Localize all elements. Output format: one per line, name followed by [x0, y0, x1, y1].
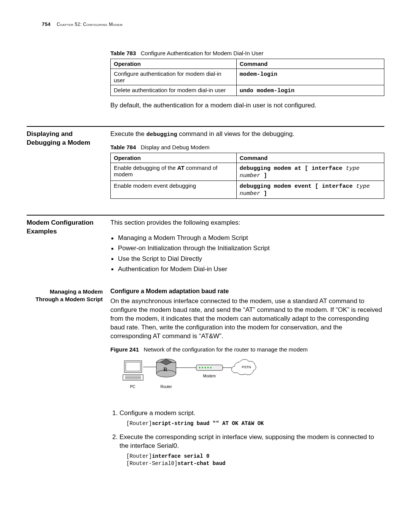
manage-paragraph: On the asynchronous interface connected …	[110, 297, 384, 341]
table-783-caption: Table 783 Configure Authentication for M…	[110, 50, 384, 56]
network-diagram-icon: PC R Router	[114, 357, 274, 399]
figure-241: PC R Router	[114, 357, 384, 401]
code-block: [Router]script-string baud "" AT OK AT&W…	[126, 420, 384, 427]
table-header-operation: Operation	[111, 153, 237, 163]
steps-list: Configure a modem script. [Router]script…	[110, 409, 384, 467]
subsection-right-title: Configure a Modem adaptation baud rate	[110, 288, 384, 295]
table-784: Operation Command Enable debugging of th…	[110, 153, 384, 199]
section-title-debug: Displaying and Debugging a Modem	[27, 130, 103, 147]
list-item: Authentication for Modem Dial-in User	[118, 264, 384, 274]
diagram-label-modem: Modem	[203, 374, 216, 378]
step-2: Execute the corresponding script in inte…	[119, 433, 384, 467]
list-item: Power-on Initialization through the Init…	[118, 243, 384, 253]
table-row: Delete authentication for modem dial-in …	[111, 85, 384, 96]
examples-intro: This section provides the following exam…	[110, 219, 384, 227]
table-row: Enable debugging of the AT command of mo…	[111, 163, 384, 181]
svg-point-13	[199, 367, 201, 368]
section-examples: Modem Configuration Examples This sectio…	[27, 215, 384, 280]
svg-point-15	[205, 367, 206, 368]
chapter-label: Chapter 52: Configuring Modem	[57, 22, 123, 27]
table-row: Configure authentication for modem dial-…	[111, 69, 384, 85]
section-debug: Displaying and Debugging a Modem Execute…	[27, 126, 384, 204]
table-header-operation: Operation	[111, 59, 237, 69]
step-1: Configure a modem script. [Router]script…	[119, 409, 384, 427]
examples-list: Managing a Modem Through a Modem Script …	[110, 233, 384, 274]
list-item: Use the Script to Dial Directly	[118, 254, 384, 264]
diagram-label-pstn: PSTN	[242, 365, 251, 369]
code-block: [Router]interface serial 0 [Router-Seria…	[126, 453, 384, 467]
section-title-examples: Modem Configuration Examples	[27, 219, 103, 236]
debug-intro: Execute the debugging command in all vie…	[110, 130, 384, 139]
table-header-command: Command	[236, 59, 384, 69]
table-784-caption: Table 784 Display and Debug Modem	[110, 144, 384, 150]
svg-point-17	[210, 367, 212, 368]
diagram-label-router: Router	[161, 384, 172, 388]
table-783: Operation Command Configure authenticati…	[110, 59, 384, 96]
default-note: By default, the authentication for a mod…	[110, 101, 384, 110]
diagram-label-pc: PC	[130, 384, 135, 388]
page-header: 754 Chapter 52: Configuring Modem	[27, 21, 384, 27]
svg-point-14	[202, 367, 203, 368]
page: 754 Chapter 52: Configuring Modem Table …	[0, 0, 411, 532]
figure-241-caption: Figure 241 Network of the configuration …	[110, 346, 384, 353]
page-number: 754	[42, 21, 51, 27]
subsection-manage: Managing a Modem Through a Modem Script …	[27, 288, 384, 473]
svg-text:R: R	[163, 366, 167, 372]
list-item: Managing a Modem Through a Modem Script	[118, 233, 384, 243]
subsection-title-manage: Managing a Modem Through a Modem Script	[27, 288, 103, 304]
table-header-command: Command	[236, 153, 384, 163]
svg-rect-1	[126, 362, 140, 371]
table-row: Enable modem event debugging debugging m…	[111, 181, 384, 199]
svg-point-16	[207, 367, 209, 368]
